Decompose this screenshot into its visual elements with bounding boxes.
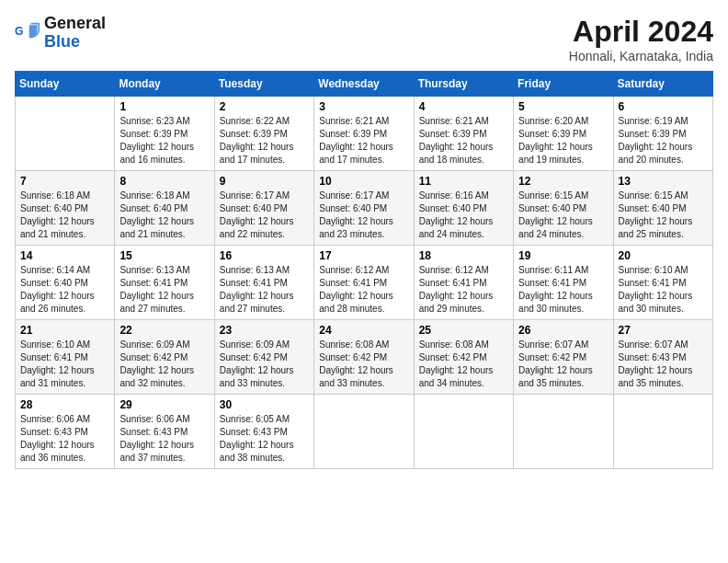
day-number: 18 — [419, 249, 508, 262]
calendar-cell: 28Sunrise: 6:06 AMSunset: 6:43 PMDayligh… — [16, 395, 115, 469]
calendar-header-sunday: Sunday — [16, 72, 115, 97]
calendar-cell: 11Sunrise: 6:16 AMSunset: 6:40 PMDayligh… — [414, 171, 513, 246]
calendar-cell: 21Sunrise: 6:10 AMSunset: 6:41 PMDayligh… — [16, 320, 115, 395]
day-number: 19 — [518, 249, 608, 262]
calendar-cell: 13Sunrise: 6:15 AMSunset: 6:40 PMDayligh… — [613, 171, 712, 246]
day-info: Sunrise: 6:20 AMSunset: 6:39 PMDaylight:… — [518, 115, 608, 167]
calendar-cell: 22Sunrise: 6:09 AMSunset: 6:42 PMDayligh… — [115, 320, 214, 395]
day-info: Sunrise: 6:18 AMSunset: 6:40 PMDaylight:… — [20, 190, 109, 241]
day-info: Sunrise: 6:13 AMSunset: 6:41 PMDaylight:… — [119, 264, 209, 316]
day-info: Sunrise: 6:17 AMSunset: 6:40 PMDaylight:… — [319, 190, 408, 241]
calendar-header-monday: Monday — [115, 72, 214, 97]
calendar-cell: 7Sunrise: 6:18 AMSunset: 6:40 PMDaylight… — [16, 171, 115, 246]
day-number: 13 — [619, 175, 708, 188]
day-info: Sunrise: 6:07 AMSunset: 6:42 PMDaylight:… — [518, 339, 608, 390]
calendar-week-row: 7Sunrise: 6:18 AMSunset: 6:40 PMDaylight… — [16, 171, 713, 246]
calendar-cell: 10Sunrise: 6:17 AMSunset: 6:40 PMDayligh… — [314, 171, 414, 246]
page-header: G General Blue April 2024 Honnali, Karna… — [15, 15, 713, 63]
day-number: 28 — [20, 398, 109, 411]
day-number: 3 — [319, 100, 408, 113]
day-info: Sunrise: 6:12 AMSunset: 6:41 PMDaylight:… — [419, 264, 508, 316]
day-info: Sunrise: 6:09 AMSunset: 6:42 PMDaylight:… — [119, 339, 209, 390]
day-info: Sunrise: 6:19 AMSunset: 6:39 PMDaylight:… — [619, 115, 708, 167]
day-info: Sunrise: 6:11 AMSunset: 6:41 PMDaylight:… — [518, 264, 608, 316]
day-info: Sunrise: 6:18 AMSunset: 6:40 PMDaylight:… — [119, 190, 209, 241]
logo: G General Blue — [15, 15, 106, 52]
calendar-cell: 20Sunrise: 6:10 AMSunset: 6:41 PMDayligh… — [613, 246, 712, 320]
day-info: Sunrise: 6:05 AMSunset: 6:43 PMDaylight:… — [220, 413, 309, 465]
day-info: Sunrise: 6:15 AMSunset: 6:40 PMDaylight:… — [619, 190, 708, 241]
calendar-week-row: 1Sunrise: 6:23 AMSunset: 6:39 PMDaylight… — [16, 97, 713, 171]
calendar-cell: 19Sunrise: 6:11 AMSunset: 6:41 PMDayligh… — [514, 246, 613, 320]
day-number: 10 — [319, 175, 408, 188]
calendar-cell — [414, 395, 513, 469]
calendar-cell: 9Sunrise: 6:17 AMSunset: 6:40 PMDaylight… — [214, 171, 313, 246]
day-number: 17 — [319, 249, 408, 262]
calendar-cell: 29Sunrise: 6:06 AMSunset: 6:43 PMDayligh… — [115, 395, 214, 469]
day-number: 2 — [220, 100, 309, 113]
day-number: 20 — [619, 249, 708, 262]
day-number: 29 — [119, 398, 209, 411]
calendar-cell: 8Sunrise: 6:18 AMSunset: 6:40 PMDaylight… — [115, 171, 214, 246]
day-number: 1 — [119, 100, 209, 113]
day-info: Sunrise: 6:21 AMSunset: 6:39 PMDaylight:… — [419, 115, 508, 167]
calendar-header-tuesday: Tuesday — [214, 72, 313, 97]
calendar-cell: 30Sunrise: 6:05 AMSunset: 6:43 PMDayligh… — [214, 395, 313, 469]
day-info: Sunrise: 6:15 AMSunset: 6:40 PMDaylight:… — [518, 190, 608, 241]
day-number: 11 — [419, 175, 508, 188]
calendar-cell — [16, 97, 115, 171]
logo-line2: Blue — [44, 33, 106, 52]
day-info: Sunrise: 6:06 AMSunset: 6:43 PMDaylight:… — [20, 413, 109, 465]
calendar-cell — [314, 395, 414, 469]
day-number: 12 — [518, 175, 608, 188]
calendar-header-thursday: Thursday — [414, 72, 513, 97]
day-number: 15 — [119, 249, 209, 262]
day-number: 24 — [319, 324, 408, 337]
day-info: Sunrise: 6:13 AMSunset: 6:41 PMDaylight:… — [220, 264, 309, 316]
calendar-cell: 16Sunrise: 6:13 AMSunset: 6:41 PMDayligh… — [214, 246, 313, 320]
calendar-cell: 14Sunrise: 6:14 AMSunset: 6:40 PMDayligh… — [16, 246, 115, 320]
day-number: 9 — [220, 175, 309, 188]
calendar-cell: 23Sunrise: 6:09 AMSunset: 6:42 PMDayligh… — [214, 320, 313, 395]
title-block: April 2024 Honnali, Karnataka, India — [569, 15, 713, 63]
calendar-cell: 18Sunrise: 6:12 AMSunset: 6:41 PMDayligh… — [414, 246, 513, 320]
calendar-week-row: 14Sunrise: 6:14 AMSunset: 6:40 PMDayligh… — [16, 246, 713, 320]
day-info: Sunrise: 6:22 AMSunset: 6:39 PMDaylight:… — [220, 115, 309, 167]
day-number: 8 — [119, 175, 209, 188]
calendar-cell: 6Sunrise: 6:19 AMSunset: 6:39 PMDaylight… — [613, 97, 712, 171]
day-info: Sunrise: 6:14 AMSunset: 6:40 PMDaylight:… — [20, 264, 109, 316]
day-number: 16 — [220, 249, 309, 262]
calendar-cell: 3Sunrise: 6:21 AMSunset: 6:39 PMDaylight… — [314, 97, 414, 171]
calendar-cell: 15Sunrise: 6:13 AMSunset: 6:41 PMDayligh… — [115, 246, 214, 320]
calendar-header-saturday: Saturday — [613, 72, 712, 97]
calendar-cell: 24Sunrise: 6:08 AMSunset: 6:42 PMDayligh… — [314, 320, 414, 395]
calendar-header-friday: Friday — [514, 72, 613, 97]
calendar-week-row: 21Sunrise: 6:10 AMSunset: 6:41 PMDayligh… — [16, 320, 713, 395]
logo-line1: General — [44, 15, 106, 33]
calendar-cell: 4Sunrise: 6:21 AMSunset: 6:39 PMDaylight… — [414, 97, 513, 171]
calendar-cell: 27Sunrise: 6:07 AMSunset: 6:43 PMDayligh… — [613, 320, 712, 395]
day-info: Sunrise: 6:10 AMSunset: 6:41 PMDaylight:… — [619, 264, 708, 316]
day-number: 7 — [20, 175, 109, 188]
calendar-cell: 25Sunrise: 6:08 AMSunset: 6:42 PMDayligh… — [414, 320, 513, 395]
calendar-header-wednesday: Wednesday — [314, 72, 414, 97]
page-title: April 2024 — [569, 15, 713, 49]
day-info: Sunrise: 6:21 AMSunset: 6:39 PMDaylight:… — [319, 115, 408, 167]
day-info: Sunrise: 6:16 AMSunset: 6:40 PMDaylight:… — [419, 190, 508, 241]
calendar-cell — [613, 395, 712, 469]
day-number: 23 — [220, 324, 309, 337]
calendar-header-row: SundayMondayTuesdayWednesdayThursdayFrid… — [16, 72, 713, 97]
day-info: Sunrise: 6:12 AMSunset: 6:41 PMDaylight:… — [319, 264, 408, 316]
calendar-cell: 2Sunrise: 6:22 AMSunset: 6:39 PMDaylight… — [214, 97, 313, 171]
calendar-cell: 5Sunrise: 6:20 AMSunset: 6:39 PMDaylight… — [514, 97, 613, 171]
day-info: Sunrise: 6:08 AMSunset: 6:42 PMDaylight:… — [419, 339, 508, 390]
calendar-week-row: 28Sunrise: 6:06 AMSunset: 6:43 PMDayligh… — [16, 395, 713, 469]
day-number: 26 — [518, 324, 608, 337]
day-info: Sunrise: 6:23 AMSunset: 6:39 PMDaylight:… — [119, 115, 209, 167]
day-number: 5 — [518, 100, 608, 113]
day-number: 25 — [419, 324, 508, 337]
logo-icon: G — [15, 20, 40, 46]
page-subtitle: Honnali, Karnataka, India — [569, 49, 713, 63]
day-number: 21 — [20, 324, 109, 337]
calendar-cell: 12Sunrise: 6:15 AMSunset: 6:40 PMDayligh… — [514, 171, 613, 246]
